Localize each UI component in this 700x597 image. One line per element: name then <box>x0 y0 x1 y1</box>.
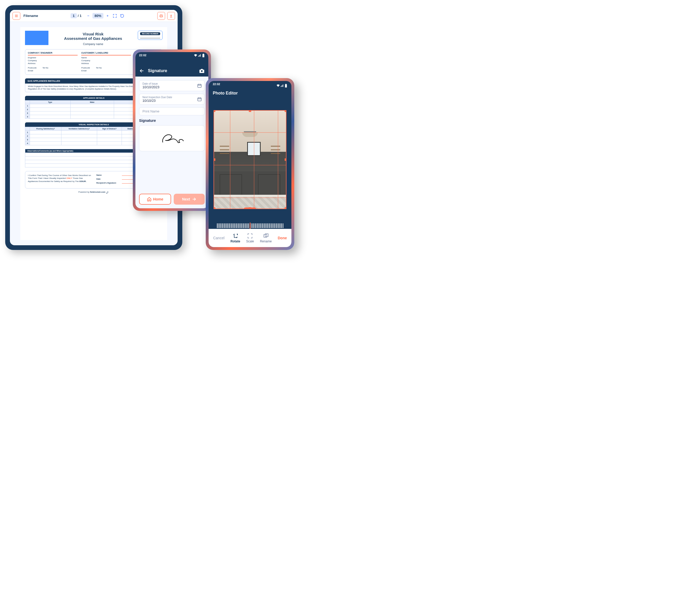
crop-handle-br[interactable] <box>285 207 286 209</box>
heading-customer: CUSTOMER / LANDLORD <box>81 52 131 55</box>
home-button[interactable]: Home <box>139 194 171 205</box>
row-num: 2 <box>25 134 30 138</box>
rocket-icon <box>106 190 109 194</box>
crop-handle-tr[interactable] <box>285 110 286 112</box>
page-total: / 1 <box>78 14 81 18</box>
calendar-icon <box>197 83 202 88</box>
filename-label: Filename <box>23 14 38 18</box>
photo-content <box>247 142 261 156</box>
rotate-tab[interactable]: Rotate <box>230 233 240 243</box>
battery-icon <box>202 54 205 57</box>
record-number-box: RECORD NUMBER <box>138 31 162 40</box>
zoom-out-button[interactable]: − <box>86 13 91 19</box>
status-icons <box>194 54 205 57</box>
lbl-address: Address <box>28 62 40 64</box>
download-icon <box>169 14 173 18</box>
rotate-icon <box>120 14 124 18</box>
confirm-text: I Confirm That During The Course of Othe… <box>28 174 91 186</box>
svg-rect-6 <box>285 84 286 84</box>
sig-name-lbl: Name <box>96 174 120 176</box>
print-button[interactable] <box>157 12 165 20</box>
expand-icon <box>113 14 117 18</box>
company-name: Company name <box>51 43 135 46</box>
photo-content <box>271 146 280 147</box>
signal-icon <box>281 84 284 87</box>
phone-editor-screen: 22:02 Photo Editor 130% <box>208 81 292 247</box>
next-inspection-field[interactable]: Next Inspection Due Date 10/10/23 <box>139 94 205 105</box>
phone-signature-screen: 22:02 Signature Date of Issue 10/10/2023… <box>135 52 208 208</box>
title-line1: Visual Risk <box>83 32 104 36</box>
rotate-crop-icon <box>232 233 238 239</box>
page-current[interactable]: 1 <box>71 13 77 18</box>
crop-handle-bl[interactable] <box>214 207 215 209</box>
zoom-controls: − 80% + <box>86 13 110 19</box>
wifi-icon <box>276 84 280 87</box>
clock: 22:02 <box>213 82 220 89</box>
doc-title: Visual Risk Assessment of Gas Appliances… <box>51 31 135 46</box>
title-line2: Assessment of Gas Appliances <box>64 36 122 41</box>
powered-prefix: Powered by <box>78 191 90 193</box>
app-bar: Signature <box>135 65 208 77</box>
rotate-label: Rotate <box>230 239 240 243</box>
crop-handle-tl[interactable] <box>214 110 215 112</box>
calendar-icon <box>197 97 202 102</box>
next-due-label: Next Inspection Due Date <box>143 96 201 99</box>
obs-header-left: Observations/Comments (as and Where Appr… <box>25 149 136 153</box>
signature-pad[interactable] <box>139 125 205 151</box>
crop-handle-ml[interactable] <box>214 159 215 161</box>
svg-rect-3 <box>198 84 201 87</box>
signature-label: Signature <box>139 119 205 123</box>
hamburger-icon <box>15 14 18 18</box>
rotate-button[interactable] <box>120 13 125 19</box>
crop-handle-tm[interactable] <box>249 110 251 112</box>
download-button[interactable] <box>167 12 175 20</box>
col-company: COMPANY / ENGINEER Engineer Company Addr… <box>28 52 78 72</box>
date-issue-label: Date of Issue <box>143 82 201 85</box>
print-name-placeholder: Print Name <box>143 109 201 113</box>
scale-tab[interactable]: Scale <box>246 233 254 243</box>
lbl-telno: Tel No <box>43 67 48 69</box>
date-issue-value: 10/10/2023 <box>143 85 201 89</box>
row-num: 1 <box>25 130 30 134</box>
cancel-button[interactable]: Cancel <box>213 236 224 240</box>
lbl-postcode2: Postcode <box>81 67 93 69</box>
next-due-value: 10/10/23 <box>143 99 201 103</box>
svg-rect-1 <box>203 54 204 54</box>
print-name-field[interactable]: Print Name <box>139 107 205 115</box>
done-button[interactable]: Done <box>278 236 287 240</box>
photo-content <box>220 146 229 147</box>
editor-toolbar: Cancel Rotate Scale Rename Done <box>208 229 292 247</box>
date-of-issue-field[interactable]: Date of Issue 10/10/2023 <box>139 80 205 91</box>
battery-icon <box>285 84 287 87</box>
scale-label: Scale <box>246 239 254 243</box>
svg-rect-0 <box>203 54 204 57</box>
rotation-ruler[interactable] <box>208 218 292 229</box>
svg-rect-4 <box>198 98 201 101</box>
camera-icon <box>199 68 205 74</box>
zoom-in-button[interactable]: + <box>105 13 110 19</box>
crop-handle-mr[interactable] <box>285 159 286 161</box>
editor-title: Photo Editor <box>208 89 292 98</box>
camera-button[interactable] <box>199 68 205 74</box>
rename-tab[interactable]: Rename <box>260 233 272 243</box>
ruler-center-icon <box>250 223 251 229</box>
clock: 22:02 <box>139 54 146 57</box>
fullscreen-button[interactable] <box>112 13 118 19</box>
lbl-telno2: Tel No <box>96 67 102 69</box>
photo-content <box>214 197 286 209</box>
menu-button[interactable] <box>12 12 20 20</box>
back-button[interactable] <box>139 68 145 74</box>
row-num: 3 <box>25 138 30 141</box>
row-num: 4 <box>25 141 30 145</box>
crop-frame[interactable]: 130% <box>214 110 286 209</box>
powered-brand: fieldrocket.com <box>90 191 105 193</box>
record-label: RECORD NUMBER <box>140 32 160 35</box>
status-bar: 22:02 <box>208 81 292 89</box>
svg-point-2 <box>201 70 203 72</box>
next-button[interactable]: Next <box>174 194 205 205</box>
sig-date-lbl: Date <box>96 178 120 180</box>
editor-canvas[interactable]: 130% <box>208 98 292 218</box>
rename-label: Rename <box>260 239 272 243</box>
zoom-value[interactable]: 80% <box>93 13 103 19</box>
photo-content <box>214 195 286 197</box>
